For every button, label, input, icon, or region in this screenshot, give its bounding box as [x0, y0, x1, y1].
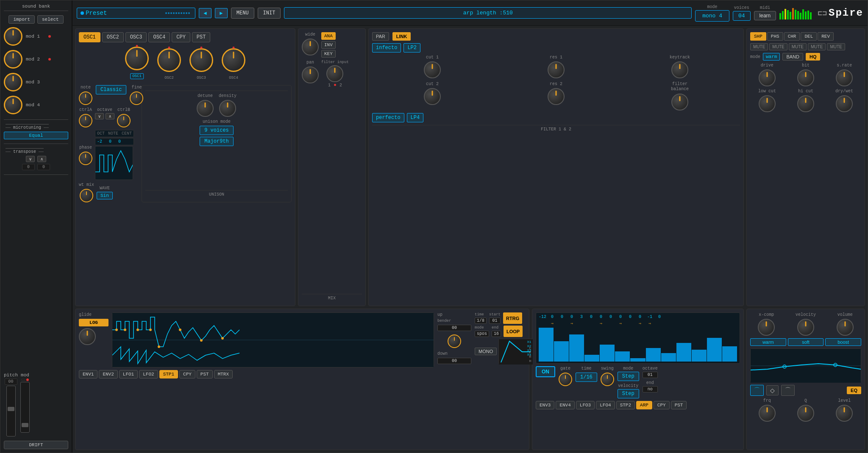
arp-pst-tab[interactable]: PST	[671, 401, 687, 409]
stp2-tab[interactable]: STP2	[616, 401, 635, 409]
env1-tab[interactable]: ENV1	[79, 370, 97, 378]
lp4-display[interactable]: LP4	[407, 113, 424, 122]
eq-label-btn[interactable]: EQ	[847, 387, 861, 394]
osc1-main-knob[interactable]	[125, 47, 149, 70]
mod2-knob[interactable]	[4, 50, 22, 69]
env-cpy-tab[interactable]: CPY	[179, 370, 195, 378]
octave-down-btn[interactable]: ∨	[95, 113, 104, 119]
lfo4-tab[interactable]: LFO4	[596, 401, 615, 409]
osc3-main-knob[interactable]	[189, 48, 213, 72]
sin-display[interactable]: Sin	[97, 192, 113, 199]
filter-balance-knob[interactable]	[671, 94, 688, 110]
import-button[interactable]: import	[8, 15, 35, 24]
eq-shape1-btn[interactable]: ⌒	[750, 385, 764, 396]
ctrla-knob[interactable]	[79, 114, 92, 127]
bit-knob[interactable]	[797, 69, 814, 86]
mute3-btn[interactable]: MUTE	[789, 43, 807, 50]
wt-mix-knob[interactable]	[80, 189, 93, 202]
mod1-knob[interactable]	[4, 27, 22, 46]
menu-button[interactable]: MENU	[231, 8, 254, 19]
select-button[interactable]: select	[37, 15, 64, 24]
learn-button[interactable]: learn	[754, 11, 776, 20]
bender-knob[interactable]	[448, 334, 461, 348]
osc-pst-tab[interactable]: PST	[192, 32, 211, 42]
chr-tab[interactable]: CHR	[784, 32, 800, 41]
drive-knob[interactable]	[759, 69, 776, 86]
cut1-knob[interactable]	[424, 61, 441, 78]
unison-chord-display[interactable]: Major9th	[200, 137, 234, 146]
osc-cpy-tab[interactable]: CPY	[172, 32, 190, 42]
pitch-slider[interactable]	[6, 386, 16, 436]
osc3-tab[interactable]: OSC3	[125, 32, 147, 42]
mute4-btn[interactable]: MUTE	[808, 43, 826, 50]
lfo2-tab[interactable]: LFO2	[139, 370, 158, 378]
ctrlb-knob[interactable]	[117, 114, 131, 127]
q-knob[interactable]	[797, 405, 814, 422]
velocity-knob[interactable]	[797, 319, 814, 336]
loop-btn[interactable]: LOOP	[504, 326, 523, 337]
drift-button[interactable]: DRIFT	[4, 441, 68, 449]
arp-cpy-tab[interactable]: CPY	[654, 401, 670, 409]
note-knob[interactable]	[79, 91, 92, 105]
env3-tab[interactable]: ENV3	[536, 401, 554, 409]
classic-display[interactable]: Classic	[96, 85, 126, 94]
detune-knob[interactable]	[197, 100, 214, 117]
shp-tab[interactable]: SHP	[750, 32, 766, 41]
band-btn[interactable]: BAND	[782, 53, 803, 61]
arp-mode-val[interactable]: Step	[618, 372, 639, 381]
phs-tab[interactable]: PHS	[767, 32, 783, 41]
mod4-knob[interactable]	[4, 96, 22, 114]
preset-prev-btn[interactable]: ◄	[199, 8, 211, 18]
osc2-tab[interactable]: OSC2	[102, 32, 124, 42]
cut2-knob[interactable]	[424, 88, 441, 105]
infecto-display[interactable]: infecto	[372, 43, 401, 52]
pan-knob[interactable]	[302, 66, 319, 83]
transpose-up-btn[interactable]: ∧	[37, 156, 46, 162]
lp2-display[interactable]: LP2	[403, 43, 420, 52]
log-btn[interactable]: LOG	[79, 319, 108, 326]
voices-value[interactable]: 04	[733, 11, 751, 21]
env-pst-tab[interactable]: PST	[197, 370, 213, 378]
mute2-btn[interactable]: MUTE	[769, 43, 787, 50]
res2-knob[interactable]	[548, 88, 565, 105]
lfo1-tab[interactable]: LFO1	[119, 370, 138, 378]
transpose-down-btn[interactable]: ∨	[26, 156, 35, 162]
hq-btn[interactable]: HQ	[806, 53, 821, 61]
mute1-btn[interactable]: MUTE	[750, 43, 768, 50]
frq-knob[interactable]	[759, 405, 776, 422]
preset-next-btn[interactable]: ►	[215, 8, 228, 18]
volume-knob[interactable]	[837, 319, 854, 336]
osc1-tab[interactable]: OSC1	[79, 32, 100, 42]
link-btn[interactable]: LINK	[392, 32, 411, 41]
osc4-tab[interactable]: OSC4	[148, 32, 170, 42]
arp-on-btn[interactable]: ON	[536, 366, 555, 377]
arp-tab[interactable]: ARP	[636, 401, 652, 409]
inv-btn[interactable]: INV	[321, 41, 336, 49]
mod3-knob[interactable]	[4, 73, 22, 91]
low-cut-knob[interactable]	[759, 95, 776, 112]
arp-gate-knob[interactable]	[559, 373, 572, 386]
par-btn[interactable]: PAR	[372, 32, 389, 41]
env2-tab[interactable]: ENV2	[99, 370, 117, 378]
filter-input-knob[interactable]	[326, 65, 343, 82]
keytrack-knob[interactable]	[671, 61, 688, 78]
eq-shape3-btn[interactable]: ⌒	[781, 385, 795, 396]
mode-value[interactable]: mono 4	[695, 10, 729, 22]
eq-shape2-btn[interactable]: ◇	[766, 385, 779, 395]
ana-btn[interactable]: ANA	[321, 32, 336, 40]
arp-time-val[interactable]: 1/16	[576, 373, 597, 382]
warm-btn[interactable]: warm	[750, 338, 786, 346]
srate-knob[interactable]	[836, 69, 853, 86]
osc2-main-knob[interactable]	[157, 48, 181, 72]
x-comp-knob[interactable]	[758, 319, 775, 336]
mute5-btn[interactable]: MUTE	[827, 43, 845, 50]
level-knob[interactable]	[836, 405, 853, 422]
wide-knob[interactable]	[302, 39, 319, 55]
perfecto-display[interactable]: perfecto	[372, 113, 404, 122]
key-btn[interactable]: KEY	[321, 50, 336, 58]
phase-knob[interactable]	[79, 152, 92, 165]
mono-btn[interactable]: MONO	[475, 348, 497, 355]
res1-knob[interactable]	[548, 61, 565, 78]
osc4-main-knob[interactable]	[222, 48, 245, 72]
rtrg-btn[interactable]: RTRG	[503, 312, 522, 324]
